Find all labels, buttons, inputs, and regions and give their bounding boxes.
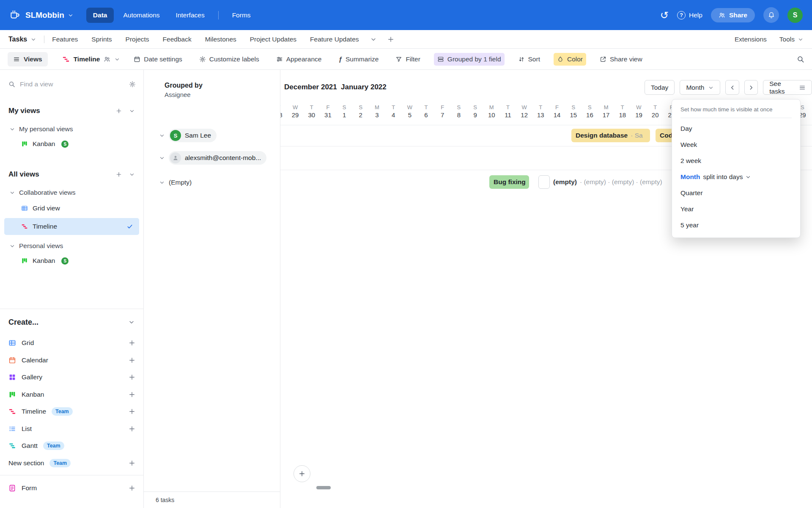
scale-option[interactable]: Day (672, 121, 800, 137)
table-tab[interactable]: Sprints (91, 36, 112, 43)
table-tab[interactable]: Features (52, 36, 78, 43)
history-icon[interactable]: ↺ (660, 10, 669, 20)
sidebar-item-kanban-personal[interactable]: Kanban S (4, 136, 139, 152)
create-timeline-row[interactable]: Timeline Team (0, 403, 143, 420)
plus-icon[interactable] (128, 356, 136, 364)
notifications-button[interactable] (763, 7, 779, 23)
collaborator-chip: S Sam Lee (169, 129, 217, 142)
view-switcher[interactable]: Timeline (62, 55, 121, 63)
nav-forms[interactable]: Forms (225, 8, 258, 23)
plus-icon[interactable] (128, 339, 136, 347)
chevron-down-icon[interactable] (159, 155, 165, 161)
sidebar-item-grid-view[interactable]: Grid view (4, 200, 139, 216)
create-new-section-row[interactable]: New section Team (0, 455, 143, 472)
views-toggle-button[interactable]: Views (8, 52, 48, 66)
nav-data[interactable]: Data (86, 8, 114, 23)
scale-option[interactable]: Month split into days (672, 169, 800, 185)
color-button[interactable]: Color (554, 53, 586, 66)
create-section-header[interactable]: Create... (8, 316, 135, 329)
sidebar-item-kanban-personal2[interactable]: Kanban S (4, 253, 139, 269)
create-kanban-row[interactable]: Kanban (0, 386, 143, 403)
plus-icon[interactable] (128, 391, 136, 398)
help-button[interactable]: ? Help (677, 11, 702, 19)
table-tab[interactable]: Projects (126, 36, 149, 43)
share-button[interactable]: Share (711, 8, 755, 22)
find-view-input[interactable] (20, 80, 124, 88)
day-column-header: T 11 (500, 104, 516, 119)
day-of-week: W (516, 104, 532, 111)
add-view-icon[interactable] (115, 108, 122, 114)
create-gallery-row[interactable]: Gallery (0, 369, 143, 386)
my-personal-views-row[interactable]: My personal views (9, 124, 137, 134)
plus-icon[interactable] (128, 408, 136, 415)
plus-icon[interactable] (128, 425, 136, 433)
summarize-button[interactable]: ƒ Summarize (335, 53, 382, 66)
task-bar-design-database[interactable]: Design database · Sa (571, 129, 650, 142)
group-row-sam-lee[interactable]: S Sam Lee (144, 125, 280, 146)
gear-icon[interactable] (129, 81, 136, 88)
table-tabs-bar: Tasks FeaturesSprintsProjectsFeedbackMil… (0, 30, 812, 49)
personal-views-row[interactable]: Personal views (9, 241, 137, 251)
scale-option[interactable]: 2 week (672, 153, 800, 169)
all-views-header: All views (8, 169, 135, 180)
sidebar-item-timeline-selected[interactable]: Timeline (4, 218, 139, 235)
create-form-row[interactable]: Form (0, 480, 143, 497)
share-view-button[interactable]: Share view (596, 53, 646, 66)
base-name-menu[interactable]: SLMobbin (25, 11, 74, 20)
task-bar-empty[interactable] (538, 175, 550, 189)
appearance-button[interactable]: Appearance (273, 53, 325, 66)
see-tasks-button[interactable]: See tasks (763, 80, 812, 95)
create-list-row[interactable]: List (0, 420, 143, 438)
customize-labels-button[interactable]: Customize labels (196, 53, 263, 66)
tools-button[interactable]: Tools (779, 36, 804, 43)
prev-period-button[interactable] (725, 80, 739, 95)
grouped-by-button[interactable]: Grouped by 1 field (434, 53, 505, 66)
tab-tasks-active[interactable]: Tasks (8, 36, 36, 43)
day-column-header: W 19 (631, 104, 647, 119)
group-row-alexsmith[interactable]: alexsmith@content-mob... (144, 146, 280, 170)
nav-automations[interactable]: Automations (116, 8, 166, 23)
scale-option[interactable]: Year (672, 201, 800, 217)
table-tab[interactable]: Feedback (163, 36, 192, 43)
table-tab[interactable]: Milestones (205, 36, 236, 43)
next-period-button[interactable] (744, 80, 758, 95)
task-count-footer: 6 tasks (144, 491, 280, 508)
chevron-down-icon[interactable] (159, 179, 165, 185)
plus-icon[interactable] (128, 459, 136, 467)
add-table-icon[interactable] (387, 36, 395, 43)
scale-option[interactable]: 5 year (672, 217, 800, 233)
scale-dropdown-button[interactable]: Month (680, 80, 720, 95)
views-label: Views (24, 55, 42, 63)
chevron-down-icon[interactable] (129, 108, 135, 114)
scale-options: Day Week 2 week (672, 121, 800, 233)
chevron-down-icon[interactable] (129, 171, 135, 177)
add-view-icon[interactable] (115, 171, 122, 178)
plus-icon[interactable] (128, 373, 136, 381)
search-icon[interactable] (797, 55, 804, 63)
today-button[interactable]: Today (645, 80, 675, 95)
nav-interfaces[interactable]: Interfaces (169, 8, 211, 23)
horizontal-scrollbar[interactable] (316, 486, 331, 489)
collaborative-views-row[interactable]: Collaborative views (9, 188, 137, 198)
filter-button[interactable]: Filter (392, 53, 423, 66)
chevron-down-icon[interactable] (159, 133, 165, 138)
create-label: Kanban (22, 391, 44, 398)
create-grid-row[interactable]: Grid (0, 334, 143, 352)
task-bar-bug-fixing[interactable]: Bug fixing (489, 175, 529, 189)
question-icon: ? (677, 11, 686, 19)
plus-icon[interactable] (128, 484, 136, 492)
date-settings-button[interactable]: Date settings (130, 53, 185, 66)
create-gantt-row[interactable]: Gantt Team (0, 437, 143, 455)
user-avatar[interactable]: S (787, 8, 803, 23)
scale-option[interactable]: Week (672, 137, 800, 153)
add-task-button[interactable] (294, 465, 310, 482)
extensions-button[interactable]: Extensions (735, 36, 767, 43)
scale-option[interactable]: Quarter (672, 185, 800, 201)
more-tables-chevron-icon[interactable] (370, 36, 377, 43)
sort-button[interactable]: Sort (515, 53, 543, 66)
share-box-icon (600, 56, 606, 63)
table-tab[interactable]: Project Updates (250, 36, 296, 43)
table-tab[interactable]: Feature Updates (310, 36, 359, 43)
create-calendar-row[interactable]: Calendar (0, 352, 143, 369)
group-row-empty[interactable]: (Empty) (144, 170, 280, 195)
